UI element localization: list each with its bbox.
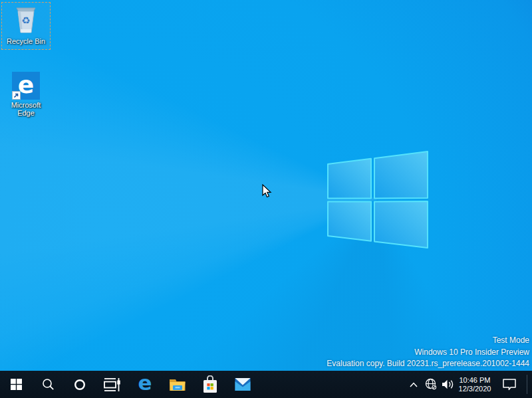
volume-icon (442, 379, 454, 390)
edge-taskbar-button[interactable]: e (129, 371, 161, 398)
start-icon (11, 379, 22, 390)
network-globe-no-internet-icon (425, 378, 438, 391)
tray-expand-button[interactable] (405, 371, 422, 398)
cortana-button[interactable] (64, 371, 96, 398)
mail-button[interactable] (227, 371, 259, 398)
action-center-button[interactable] (496, 371, 523, 398)
watermark-edition: Windows 10 Pro Insider Preview (327, 347, 529, 359)
mouse-cursor (262, 184, 275, 199)
windows-desktop-screen: ♻ Recycle Bin e Microsoft Edge Test Mode… (0, 0, 532, 398)
action-center-icon (502, 378, 517, 391)
taskbar: e (0, 371, 532, 398)
taskbar-clock[interactable]: 10:46 PM 12/3/2020 (456, 371, 493, 398)
mail-icon (234, 377, 251, 392)
file-explorer-icon (169, 377, 186, 393)
edge-icon: e (138, 373, 152, 393)
clock-date: 12/3/2020 (459, 385, 491, 393)
edge-tile-icon: e (12, 72, 40, 100)
search-icon (42, 378, 55, 391)
desktop-icon-recycle-bin[interactable]: ♻ Recycle Bin (0, 4, 52, 45)
file-explorer-button[interactable] (162, 371, 194, 398)
chevron-up-icon (409, 381, 418, 388)
desktop-icon-microsoft-edge[interactable]: e Microsoft Edge (0, 72, 52, 117)
microsoft-store-button[interactable] (194, 371, 226, 398)
shortcut-arrow-icon (12, 91, 21, 100)
start-button[interactable] (0, 371, 32, 398)
show-desktop-button[interactable] (527, 375, 527, 394)
clock-time: 10:46 PM (459, 376, 490, 385)
windows-logo-wallpaper (323, 148, 432, 252)
volume-button[interactable] (439, 371, 457, 398)
task-view-icon (103, 377, 120, 393)
selection-focus-rect (1, 2, 51, 50)
evaluation-watermark: Test Mode Windows 10 Pro Insider Preview… (327, 335, 529, 370)
watermark-build: Evaluation copy. Build 20231.rs_prerelea… (327, 358, 529, 370)
cortana-icon (74, 379, 86, 391)
watermark-test-mode: Test Mode (327, 335, 529, 347)
search-button[interactable] (32, 371, 64, 398)
microsoft-store-icon (202, 375, 218, 393)
network-status-button[interactable] (422, 371, 440, 398)
desktop-icon-label: Microsoft Edge (5, 101, 47, 117)
task-view-button[interactable] (96, 371, 128, 398)
